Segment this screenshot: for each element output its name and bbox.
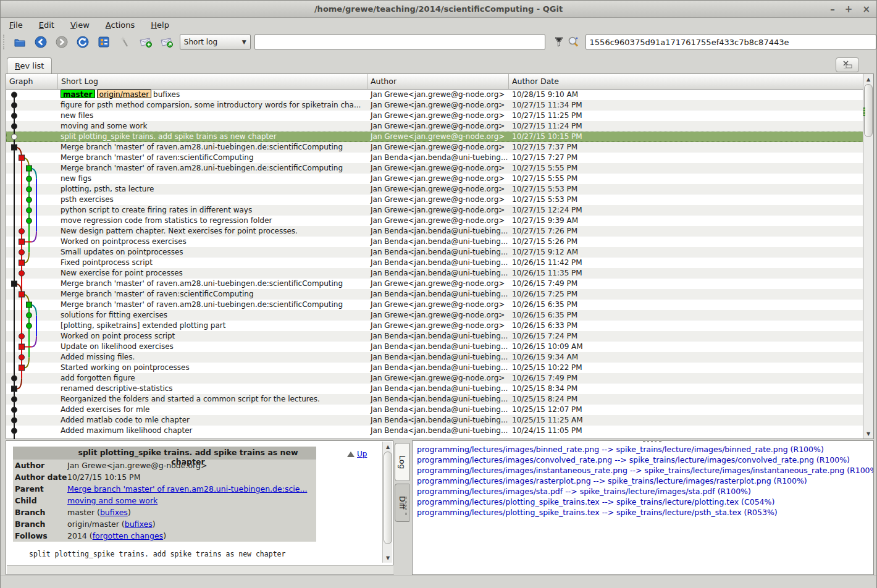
table-row[interactable]: New design pattern chapter. Next exercis… bbox=[6, 226, 863, 237]
detail-link[interactable]: forgotten changes bbox=[93, 531, 163, 540]
table-row[interactable]: masterorigin/masterbufixesJan Grewe<jan.… bbox=[6, 90, 863, 100]
tab-rev-list[interactable]: RRev listev list bbox=[7, 57, 52, 74]
graph-cell bbox=[6, 111, 58, 121]
table-row[interactable]: Merge branch 'master' of raven:scientifi… bbox=[6, 153, 863, 163]
table-row[interactable]: Worked on point process scriptJan Benda<… bbox=[6, 331, 863, 342]
table-row[interactable]: Merge branch 'master' of raven.am28.uni-… bbox=[6, 163, 863, 174]
up-link[interactable]: Up bbox=[357, 450, 367, 458]
graph-cell bbox=[6, 174, 58, 184]
table-row[interactable]: solutions for fitting exercisesJan Grewe… bbox=[6, 310, 863, 321]
minimize-button[interactable]: – bbox=[830, 1, 835, 18]
file-list-item[interactable]: programming/lectures/images/convolved_ra… bbox=[417, 455, 873, 465]
table-row[interactable]: Fixed pointprocess scriptJan Benda<jan.b… bbox=[6, 258, 863, 268]
filter-icon[interactable] bbox=[552, 34, 566, 50]
table-row[interactable]: split plotting_spike trains. add spike t… bbox=[6, 132, 863, 142]
col-header-graph[interactable]: Graph bbox=[6, 74, 58, 89]
table-row[interactable]: moving and some workJan Grewe<jan.grewe@… bbox=[6, 121, 863, 132]
detail-scrollbar-thumb[interactable] bbox=[384, 452, 392, 544]
wand-icon[interactable] bbox=[117, 34, 133, 50]
search-input[interactable] bbox=[254, 34, 545, 50]
detail-link[interactable]: bufixes bbox=[100, 508, 128, 517]
short-log-text: Merge branch 'master' of raven:scientifi… bbox=[61, 290, 254, 298]
forward-icon[interactable] bbox=[54, 34, 70, 50]
detail-link[interactable]: Merge branch 'master' of raven.am28.uni-… bbox=[67, 484, 307, 494]
table-row[interactable]: plotting, psth, sta lectureJan Grewe<jan… bbox=[6, 184, 863, 195]
table-row[interactable]: Reorganized the folders and started a co… bbox=[6, 394, 863, 405]
table-row[interactable]: Added exercises for mleJan Benda<jan.ben… bbox=[6, 405, 863, 415]
apply-patch-icon[interactable] bbox=[159, 34, 175, 50]
file-list-item[interactable]: programming/lectures/images/rasterplot.p… bbox=[417, 476, 873, 486]
graph-cell bbox=[6, 363, 58, 373]
scroll-up-icon[interactable]: ▲ bbox=[863, 75, 873, 83]
save-patch-icon[interactable] bbox=[138, 34, 154, 50]
menu-item-view[interactable]: View bbox=[70, 20, 90, 30]
table-row[interactable]: Merge branch 'master' of raven.am28.uni-… bbox=[6, 300, 863, 310]
file-list-item[interactable]: programming/lectures/images/sta.pdf --> … bbox=[417, 486, 873, 497]
file-list-item[interactable]: programming/lectures/images/instantaneou… bbox=[417, 465, 873, 476]
detail-text: ) bbox=[153, 519, 156, 529]
detail-scroll-up-icon[interactable]: ▲ bbox=[383, 442, 393, 451]
table-row[interactable]: Worked on pointprocess exercisesJan Bend… bbox=[6, 237, 863, 247]
table-row[interactable]: new figsJan Grewe<jan.grewe@g-node.org>1… bbox=[6, 174, 863, 184]
detail-link[interactable]: moving and some work bbox=[67, 496, 157, 505]
splitter-handle-vertical[interactable] bbox=[405, 497, 408, 515]
table-row[interactable]: Added missing files.Jan Benda<jan.benda@… bbox=[6, 352, 863, 363]
table-row[interactable]: Merge branch 'master' of raven.am28.uni-… bbox=[6, 142, 863, 153]
short-log-cell: Merge branch 'master' of raven.am28.uni-… bbox=[58, 300, 367, 310]
find-icon[interactable] bbox=[566, 34, 580, 50]
file-list-item[interactable]: programming/lectures/plotting_spike_trai… bbox=[417, 497, 873, 507]
tab-log[interactable]: Log bbox=[395, 443, 409, 481]
table-row[interactable]: Added maximum likelihood chapterJan Bend… bbox=[6, 426, 863, 436]
view-mode-select[interactable]: Short log ▼ bbox=[180, 34, 251, 50]
table-row[interactable]: Update on likelihood exercisesJan Benda<… bbox=[6, 342, 863, 352]
open-folder-icon[interactable] bbox=[12, 34, 28, 50]
detail-hscrollbar[interactable] bbox=[7, 565, 393, 574]
table-row[interactable]: Merge branch 'master' of raven:scientifi… bbox=[6, 289, 863, 300]
maximize-button[interactable]: + bbox=[845, 1, 853, 18]
table-row[interactable]: [plotting, spiketrains] extended plottin… bbox=[6, 321, 863, 331]
file-list-item[interactable]: programming/lectures/plotting_spike_trai… bbox=[417, 507, 873, 518]
detail-text: ) bbox=[163, 531, 166, 540]
close-button[interactable]: × bbox=[862, 1, 870, 18]
back-icon[interactable] bbox=[33, 34, 49, 50]
table-scrollbar-thumb[interactable] bbox=[864, 84, 873, 137]
refresh-icon[interactable] bbox=[75, 34, 91, 50]
col-header-author[interactable]: Author bbox=[367, 74, 509, 89]
menu-item-edit[interactable]: Edit bbox=[39, 20, 54, 30]
table-row[interactable]: psth exercisesJan Grewe<jan.grewe@g-node… bbox=[6, 195, 863, 205]
close-tab-button[interactable] bbox=[836, 57, 859, 72]
table-row[interactable]: New exercise for point processesJan Bend… bbox=[6, 268, 863, 279]
table-row[interactable]: Merge branch 'master' of raven.am28.uni-… bbox=[6, 279, 863, 289]
graph-cell bbox=[6, 310, 58, 321]
col-header-short-log[interactable]: Short Log bbox=[58, 74, 367, 89]
author-date-cell: 10/25/15 11:25 AM bbox=[509, 415, 863, 426]
menu-item-actions[interactable]: Actions bbox=[106, 20, 135, 30]
toolbar-handle[interactable] bbox=[3, 35, 8, 49]
col-header-author-date[interactable]: Author Date bbox=[509, 74, 873, 89]
table-row[interactable]: add forgotten figureJan Grewe<jan.grewe@… bbox=[6, 373, 863, 384]
title-bar[interactable]: /home/grewe/teaching/2014/scientificComp… bbox=[1, 1, 876, 18]
menu-item-file[interactable]: File bbox=[9, 20, 23, 30]
sha-input[interactable] bbox=[585, 34, 876, 50]
graph-cell bbox=[6, 216, 58, 226]
detail-link[interactable]: bufixes bbox=[125, 519, 153, 529]
table-row[interactable]: Small updates on pointprocessesJan Benda… bbox=[6, 247, 863, 258]
table-row[interactable]: Started working on pointprocessesJan Ben… bbox=[6, 363, 863, 373]
file-list-item[interactable]: programming/lectures/images/binned_rate.… bbox=[417, 444, 873, 455]
scroll-down-icon[interactable]: ▼ bbox=[863, 429, 873, 438]
table-row[interactable]: move regression code from statistics to … bbox=[6, 216, 863, 226]
view-icon[interactable] bbox=[96, 34, 112, 50]
menu-item-help[interactable]: Help bbox=[151, 20, 169, 30]
table-row[interactable]: figure for psth method comparsion, some … bbox=[6, 100, 863, 111]
detail-scroll-down-icon[interactable]: ▼ bbox=[383, 553, 393, 562]
graph-cell bbox=[6, 226, 58, 237]
table-row[interactable]: renamed descriptive-statisticsJan Benda<… bbox=[6, 384, 863, 394]
author-cell: Jan Benda<jan.benda@uni-tuebing... bbox=[367, 405, 509, 415]
table-scrollbar[interactable]: ▲ ▼ bbox=[863, 74, 873, 439]
detail-scrollbar[interactable]: ▲ ▼ bbox=[382, 442, 392, 563]
table-row[interactable]: new filesJan Grewe<jan.grewe@g-node.org>… bbox=[6, 111, 863, 121]
detail-field-label: Child bbox=[13, 495, 67, 506]
table-row[interactable]: Added matlab code to mle chapterJan Bend… bbox=[6, 415, 863, 426]
splitter-handle-horizontal[interactable] bbox=[643, 440, 661, 443]
table-row[interactable]: python script to create firing rates in … bbox=[6, 205, 863, 216]
